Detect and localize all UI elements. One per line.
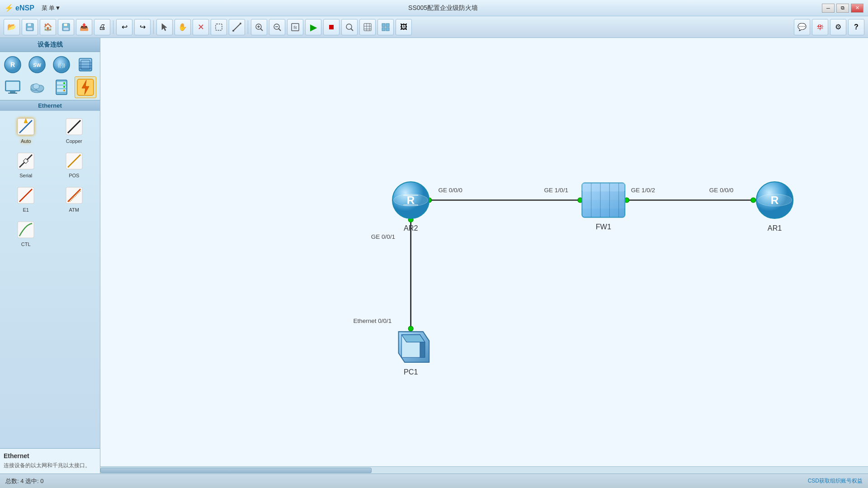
logo-text: eNSP xyxy=(15,4,34,12)
main-area: 设备连线 R SW xyxy=(0,38,868,474)
ctl-label: CTL xyxy=(21,242,31,247)
sidebar-server-icon[interactable] xyxy=(51,76,72,98)
cables-header: Ethernet xyxy=(0,100,100,111)
cable-copper[interactable]: Copper xyxy=(51,114,98,146)
sidebar-header: 设备连线 xyxy=(0,38,100,52)
node-fw1[interactable]: FW1 xyxy=(582,183,625,231)
port-ar2-ge001: GE 0/0/1 xyxy=(371,233,395,240)
app-logo: ⚡ eNSP xyxy=(5,4,34,12)
pan-button[interactable]: ✋ xyxy=(175,19,191,35)
scrollbar-thumb[interactable] xyxy=(100,468,372,473)
pos-label: POS xyxy=(69,173,79,178)
svg-rect-45 xyxy=(10,91,15,93)
huawei-button[interactable]: 华 xyxy=(812,19,828,35)
e1-label: E1 xyxy=(23,207,29,213)
toolbar-sep-2 xyxy=(153,20,154,34)
close-button[interactable]: ✕ xyxy=(851,4,863,13)
zoom-out-button[interactable] xyxy=(269,19,285,35)
node-ar2[interactable]: R AR2 xyxy=(392,182,429,232)
start-button[interactable]: ▶ xyxy=(305,19,321,35)
serial-cable-icon xyxy=(15,150,37,172)
sidebar-router-icon[interactable]: R xyxy=(2,54,24,76)
cable-serial[interactable]: Serial xyxy=(3,148,49,180)
svg-point-50 xyxy=(33,84,39,89)
topology-button[interactable] xyxy=(377,19,394,35)
stop-button[interactable]: ⏹ xyxy=(323,19,340,35)
svg-rect-1 xyxy=(28,24,31,26)
canvas-area[interactable]: GE 0/0/0 GE 1/0/1 GE 1/0/2 GE 0/0/0 GE 0… xyxy=(100,38,868,474)
snapshot-button[interactable]: 🖼 xyxy=(396,19,412,35)
cables-grid: Auto Copper xyxy=(0,111,100,252)
svg-rect-28 xyxy=(386,24,389,27)
svg-point-57 xyxy=(63,90,65,91)
redo-button[interactable]: ↪ xyxy=(134,19,151,35)
cable-atm[interactable]: ATM xyxy=(51,182,98,215)
home-button[interactable]: 🏠 xyxy=(40,19,56,35)
sidebar-switch-icon[interactable]: SW xyxy=(26,54,48,76)
svg-line-21 xyxy=(351,28,353,31)
svg-text:((·)): ((·)) xyxy=(57,63,65,68)
toolbar-sep-3 xyxy=(248,20,248,34)
svg-rect-29 xyxy=(382,28,385,31)
svg-rect-46 xyxy=(8,93,17,94)
delete-button[interactable]: ✕ xyxy=(193,19,209,35)
network-canvas: GE 0/0/0 GE 1/0/1 GE 1/0/2 GE 0/0/0 GE 0… xyxy=(100,38,868,466)
cable-pos[interactable]: POS xyxy=(51,148,98,180)
sidebar-cloud-icon[interactable] xyxy=(26,76,48,98)
print-button[interactable]: 🖨 xyxy=(94,19,110,35)
svg-text:R: R xyxy=(407,194,415,206)
toolbar-right-group: 💬 华 ⚙ ? xyxy=(794,19,864,35)
pos-cable-icon xyxy=(63,150,85,172)
cable-ctl[interactable]: CTL xyxy=(3,217,49,249)
sidebar-cables: Ethernet Auto xyxy=(0,100,100,252)
cable-e1[interactable]: E1 xyxy=(3,182,49,215)
restore-button[interactable]: ⧉ xyxy=(836,4,849,13)
shape-button[interactable] xyxy=(211,19,227,35)
copper-label: Copper xyxy=(66,138,82,144)
undo-button[interactable]: ↩ xyxy=(116,19,132,35)
horizontal-scrollbar[interactable] xyxy=(100,466,868,474)
fit-button[interactable]: fit xyxy=(287,19,303,35)
settings-button[interactable]: ⚙ xyxy=(830,19,846,35)
menu-text[interactable]: 菜 单▼ xyxy=(38,4,64,12)
svg-text:R: R xyxy=(10,61,15,68)
atm-cable-icon xyxy=(63,185,85,206)
node-ar1[interactable]: R AR1 xyxy=(756,182,793,232)
toolbar: 📂 🏠 📤 🖨 ↩ ↪ ✋ ✕ fit ▶ ⏹ 🖼 💬 xyxy=(0,16,868,38)
port-fw1-ge102: GE 1/0/2 xyxy=(631,187,655,194)
svg-marker-6 xyxy=(162,24,167,31)
titlebar: ⚡ eNSP 菜 单▼ SS005配置企业级防火墙 ─ ⧉ ✕ xyxy=(0,0,868,16)
sidebar-pc-icon[interactable] xyxy=(2,76,24,98)
titlebar-controls: ─ ⧉ ✕ xyxy=(817,4,868,13)
sidebar-firewall-icon[interactable] xyxy=(75,54,96,76)
svg-point-10 xyxy=(240,23,241,24)
minimize-button[interactable]: ─ xyxy=(822,4,835,13)
new-button[interactable]: 📂 xyxy=(4,19,20,35)
search-button[interactable] xyxy=(341,19,358,35)
save-button[interactable] xyxy=(58,19,74,35)
statusbar: 总数: 4 选中: 0 CSD获取组织账号权益 xyxy=(0,474,868,488)
sidebar: 设备连线 R SW xyxy=(0,38,100,474)
cable-auto[interactable]: Auto xyxy=(3,114,49,146)
svg-text:华: 华 xyxy=(817,24,823,31)
sidebar-wireless-icon[interactable]: ((·)) xyxy=(51,54,72,76)
svg-point-9 xyxy=(232,30,234,32)
auto-label: Auto xyxy=(21,138,31,144)
grid-button[interactable] xyxy=(359,19,376,35)
save-as-button[interactable] xyxy=(22,19,38,35)
serial-label: Serial xyxy=(19,173,32,178)
atm-label: ATM xyxy=(69,207,79,213)
chat-button[interactable]: 💬 xyxy=(794,19,810,35)
help-button[interactable]: ? xyxy=(848,19,864,35)
node-pc1[interactable]: PC1 xyxy=(399,332,429,376)
export-button[interactable]: 📤 xyxy=(76,19,92,35)
zoom-in-button[interactable] xyxy=(251,19,267,35)
svg-text:AR1: AR1 xyxy=(768,224,782,232)
sidebar-power-icon[interactable] xyxy=(75,76,96,98)
svg-text:R: R xyxy=(771,194,779,206)
svg-rect-27 xyxy=(382,24,385,27)
status-right: CSD获取组织账号权益 xyxy=(808,477,863,485)
select-button[interactable] xyxy=(156,19,173,35)
connect-button[interactable] xyxy=(229,19,245,35)
port-ar2-ge000: GE 0/0/0 xyxy=(439,187,462,194)
